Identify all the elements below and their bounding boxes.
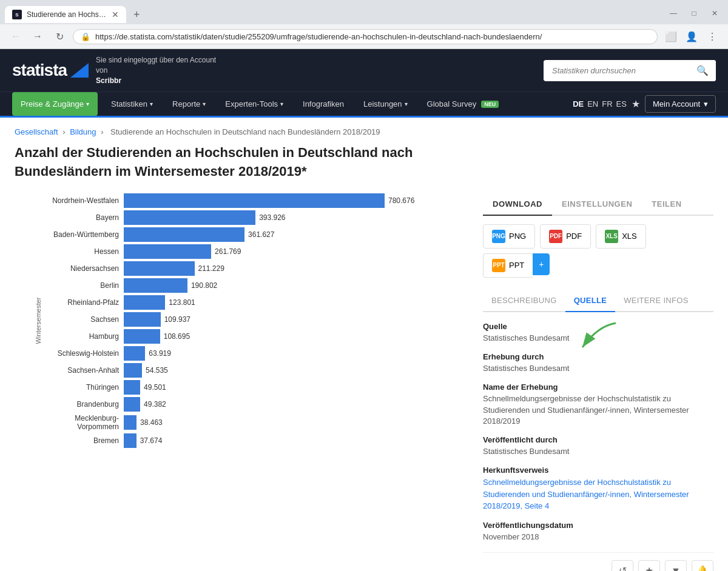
- search-box: 🔍: [544, 60, 716, 81]
- bar-value: 63.919: [149, 349, 171, 358]
- chart-area: Wintersemester Nordrhein-Westfalen780.67…: [15, 193, 465, 571]
- download-xls-button[interactable]: XLS XLS: [596, 224, 646, 249]
- pdf-label: PDF: [566, 232, 582, 241]
- nav-label-leistungen: Leistungen: [363, 99, 402, 109]
- download-pdf-button[interactable]: PDF PDF: [540, 224, 591, 249]
- breadcrumb-gesellschaft[interactable]: Gesellschaft: [15, 127, 58, 136]
- nav-arrow-preise: ▾: [86, 101, 89, 107]
- bar: [124, 433, 136, 448]
- nav-item-experten[interactable]: Experten-Tools ▾: [217, 92, 292, 116]
- download-tabs: DOWNLOAD EINSTELLUNGEN TEILEN: [483, 193, 713, 216]
- png-icon: PNG: [492, 230, 505, 243]
- favorites-star-icon[interactable]: ★: [632, 98, 640, 110]
- bar-wrapper: 261.769: [124, 244, 465, 259]
- source-link-herkunft[interactable]: Schnellmeldungsergebnisse der Hochschuls…: [483, 478, 689, 510]
- maximize-button[interactable]: □: [686, 5, 703, 22]
- tab-quelle[interactable]: QUELLE: [565, 290, 616, 312]
- breadcrumb-bildung[interactable]: Bildung: [70, 127, 96, 136]
- bar-wrapper: 109.937: [124, 312, 465, 327]
- bar-wrapper: 49.382: [124, 397, 465, 412]
- notification-button[interactable]: 🔔: [692, 560, 713, 571]
- refresh-button[interactable]: ↺: [612, 560, 633, 571]
- chart-bar-row: Niedersachsen211.229: [45, 261, 465, 276]
- source-label-veroeffentlicht: Veröffentlicht durch: [483, 435, 713, 444]
- bar-wrapper: 38.463: [124, 415, 465, 430]
- download-buttons: PNG PNG PDF PDF XLS XLS PPT PPT +: [483, 224, 713, 278]
- right-panel: DOWNLOAD EINSTELLUNGEN TEILEN PNG PNG PD…: [483, 193, 713, 571]
- browser-actions: ⬜ 👤 ⋮: [662, 28, 721, 45]
- search-area: 🔍: [544, 60, 716, 81]
- bar-label: Baden-Württemberg: [45, 230, 124, 239]
- source-section-name: Name der Erhebung Schnellmeldungsergebni…: [483, 382, 713, 427]
- profile-button[interactable]: 👤: [683, 28, 700, 45]
- lang-fr[interactable]: FR: [602, 99, 612, 109]
- bar-value: 123.801: [169, 298, 195, 307]
- chart-bar-row: Hamburg108.695: [45, 329, 465, 344]
- nav-item-global-survey[interactable]: Global Survey NEU: [419, 92, 508, 116]
- download-ppt-button[interactable]: PPT PPT: [483, 253, 533, 278]
- source-label-quelle: Quelle: [483, 322, 713, 331]
- nav-item-statistiken[interactable]: Statistiken ▾: [103, 92, 161, 116]
- tab-favicon: S: [12, 10, 22, 19]
- chart-bar-row: Baden-Württemberg361.627: [45, 227, 465, 242]
- lang-de[interactable]: DE: [573, 99, 584, 109]
- bar-wrapper: 361.627: [124, 227, 465, 242]
- tab-teilen[interactable]: TEILEN: [642, 193, 691, 215]
- source-label-herkunft: Herkunftsverweis: [483, 466, 713, 475]
- nav-label-reporte: Reporte: [172, 99, 200, 109]
- nav-item-infografiken[interactable]: Infografiken: [294, 92, 352, 116]
- download-png-button[interactable]: PNG PNG: [483, 224, 535, 249]
- tab-weitere-infos[interactable]: WEITERE INFOS: [615, 290, 696, 311]
- bar-label: Mecklenburg-Vorpommern: [45, 414, 124, 431]
- minimize-button[interactable]: —: [665, 5, 682, 22]
- back-button[interactable]: ←: [7, 28, 24, 45]
- source-section-datum: Veröffentlichungsdatum November 2018: [483, 521, 713, 543]
- nav-label-experten: Experten-Tools: [225, 99, 278, 109]
- translate-button[interactable]: ⬜: [662, 28, 679, 45]
- new-tab-button[interactable]: +: [129, 6, 145, 24]
- forward-button[interactable]: →: [29, 28, 46, 45]
- search-button[interactable]: 🔍: [689, 60, 716, 81]
- url-text: https://de.statista.com/statistik/daten/…: [95, 32, 542, 41]
- bar-value: 190.802: [191, 281, 217, 290]
- chart-bar-row: Brandenburg49.382: [45, 397, 465, 412]
- logo-area: statista Sie sind eingeloggt über den Ac…: [12, 55, 217, 85]
- content-layout: Wintersemester Nordrhein-Westfalen780.67…: [15, 193, 713, 571]
- bar-value: 361.627: [248, 230, 274, 239]
- tab-close-button[interactable]: ✕: [112, 10, 119, 19]
- lang-en[interactable]: EN: [587, 99, 598, 109]
- source-value-quelle: Statistisches Bundesamt: [483, 333, 713, 344]
- nav-item-leistungen[interactable]: Leistungen ▾: [355, 92, 416, 116]
- bar-wrapper: 393.926: [124, 210, 465, 225]
- bar: [124, 193, 385, 208]
- nav-item-preise[interactable]: Preise & Zugänge ▾: [12, 92, 98, 116]
- close-window-button[interactable]: ✕: [706, 5, 723, 22]
- bar-value: 49.501: [144, 383, 166, 392]
- chart-bar-row: Bayern393.926: [45, 210, 465, 225]
- favorite-button[interactable]: ★: [638, 560, 660, 571]
- address-bar[interactable]: 🔒 https://de.statista.com/statistik/date…: [73, 29, 658, 44]
- active-tab[interactable]: S Studierende an Hochschulen in D ✕: [5, 6, 126, 23]
- nav-item-reporte[interactable]: Reporte ▾: [164, 92, 214, 116]
- bar: [124, 397, 140, 412]
- nav-label-global-survey: Global Survey: [427, 99, 477, 109]
- bar-label: Hessen: [45, 247, 124, 256]
- source-section-erhebung: Erhebung durch Statistisches Bundesamt: [483, 352, 713, 374]
- lang-es[interactable]: ES: [616, 99, 627, 109]
- bar: [124, 380, 140, 395]
- tab-beschreibung[interactable]: BESCHREIBUNG: [483, 290, 565, 311]
- nav-badge-neu: NEU: [481, 101, 499, 108]
- dropdown-button[interactable]: ▼: [665, 560, 687, 571]
- bar-wrapper: 190.802: [124, 278, 465, 293]
- chart-y-label: Wintersemester: [35, 297, 42, 344]
- statista-logo[interactable]: statista: [12, 61, 89, 80]
- language-links: DE EN FR ES: [573, 99, 627, 109]
- tab-download[interactable]: DOWNLOAD: [483, 193, 552, 216]
- download-more-button[interactable]: +: [533, 253, 550, 275]
- menu-button[interactable]: ⋮: [704, 28, 721, 45]
- search-input[interactable]: [544, 61, 689, 80]
- account-button[interactable]: Mein Account ▾: [645, 95, 716, 113]
- reload-button[interactable]: ↻: [51, 28, 68, 45]
- tab-einstellungen[interactable]: EINSTELLUNGEN: [552, 193, 642, 215]
- browser-chrome: S Studierende an Hochschulen in D ✕ + — …: [0, 0, 728, 49]
